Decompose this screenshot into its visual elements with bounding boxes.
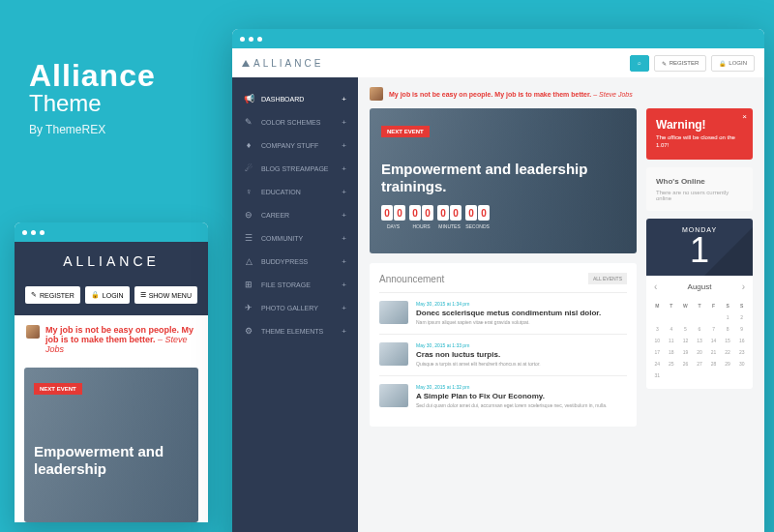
mobile-brand: ALLIANCE bbox=[15, 242, 208, 281]
sidebar-item-label: CAREER bbox=[261, 212, 289, 219]
register-button[interactable]: ✎REGISTER bbox=[25, 286, 80, 304]
sidebar-icon: ☄ bbox=[244, 163, 253, 173]
post-title: Cras non luctus turpis. bbox=[416, 350, 541, 359]
calendar-cell[interactable]: 1 bbox=[721, 311, 735, 323]
expand-icon: + bbox=[342, 234, 346, 243]
all-events-button[interactable]: ALL EVENTS bbox=[588, 273, 627, 284]
calendar-cell[interactable]: 31 bbox=[650, 369, 665, 381]
calendar-cell bbox=[721, 369, 735, 381]
expand-icon: + bbox=[342, 327, 346, 336]
post-excerpt: Quisque a turpis sit amet elit hendrerit… bbox=[416, 361, 541, 368]
calendar-cell[interactable]: 8 bbox=[721, 323, 735, 335]
post-meta: May 30, 2015 at 1:33 pm bbox=[416, 342, 541, 348]
sidebar-icon: ♀ bbox=[244, 187, 253, 196]
desktop-quote: My job is not be easy on people. My job … bbox=[370, 87, 753, 101]
calendar-cell[interactable]: 9 bbox=[734, 323, 749, 335]
calendar-cell bbox=[734, 369, 749, 381]
calendar-cell[interactable]: 6 bbox=[693, 323, 707, 335]
menu-icon: ☰ bbox=[140, 291, 146, 299]
post-title: A Simple Plan to Fix Our Economy. bbox=[416, 392, 607, 400]
pencil-icon: ✎ bbox=[31, 291, 37, 299]
announcement-post[interactable]: May 30, 2015 at 1:32 pmA Simple Plan to … bbox=[379, 375, 627, 417]
sidebar-icon: ⊖ bbox=[244, 210, 253, 220]
calendar-cell[interactable]: 13 bbox=[693, 335, 707, 346]
expand-icon: + bbox=[342, 118, 346, 127]
sidebar-item-education[interactable]: ♀EDUCATION+ bbox=[232, 180, 358, 203]
main-content: My job is not be easy on people. My job … bbox=[358, 77, 764, 532]
sidebar-item-dashboard[interactable]: 📢DASHBOARD+ bbox=[232, 87, 358, 110]
whos-online-panel: Who's Online There are no users currentl… bbox=[646, 167, 753, 211]
mobile-hero: NEXT EVENT Empowerment and leadership bbox=[24, 368, 198, 522]
expand-icon: + bbox=[342, 141, 346, 150]
calendar-cell[interactable]: 5 bbox=[678, 323, 693, 335]
calendar-cell[interactable]: 27 bbox=[693, 358, 707, 369]
calendar-cell[interactable]: 4 bbox=[665, 323, 679, 335]
calendar-cell bbox=[678, 369, 693, 381]
mobile-titlebar bbox=[15, 222, 208, 242]
topbar: ALLIANCE ⌕ ✎REGISTER 🔒LOGIN bbox=[232, 48, 764, 77]
login-button[interactable]: 🔒LOGIN bbox=[85, 286, 130, 304]
showmenu-button[interactable]: ☰SHOW MENU bbox=[134, 286, 197, 304]
calendar-cell[interactable]: 23 bbox=[734, 346, 749, 358]
search-button[interactable]: ⌕ bbox=[630, 55, 649, 72]
calendar-cell[interactable]: 15 bbox=[721, 335, 735, 346]
prev-month-icon[interactable]: ‹ bbox=[654, 281, 657, 292]
calendar-cell[interactable]: 2 bbox=[734, 311, 749, 323]
calendar-cell[interactable]: 30 bbox=[734, 358, 749, 369]
calendar-cell[interactable]: 29 bbox=[721, 358, 735, 369]
calendar-cell[interactable]: 11 bbox=[665, 335, 679, 346]
sidebar-icon: ⚙ bbox=[244, 326, 253, 336]
announcement-post[interactable]: May 30, 2015 at 1:33 pmCras non luctus t… bbox=[379, 334, 627, 375]
calendar-cell[interactable]: 28 bbox=[706, 358, 721, 369]
next-month-icon[interactable]: › bbox=[742, 281, 745, 292]
calendar-cell[interactable]: 18 bbox=[665, 346, 679, 358]
sidebar-item-company-stuff[interactable]: ♦COMPANY STUFF+ bbox=[232, 133, 358, 157]
countdown: 00DAYS00HOURS00MINUTES00SECONDS bbox=[381, 205, 625, 229]
calendar-cell bbox=[706, 311, 721, 323]
sidebar-item-community[interactable]: ☰COMMUNITY+ bbox=[232, 226, 358, 250]
announcement-panel: Announcement ALL EVENTS May 30, 2015 at … bbox=[370, 263, 637, 427]
sidebar-item-buddypress[interactable]: △BUDDYPRESS+ bbox=[232, 250, 358, 273]
announcement-post[interactable]: May 30, 2015 at 1:34 pmDonec scelerisque… bbox=[379, 292, 627, 334]
calendar-cell[interactable]: 7 bbox=[706, 323, 721, 335]
avatar bbox=[370, 87, 383, 101]
sidebar-item-file-storage[interactable]: ⊞FILE STORAGE+ bbox=[232, 273, 358, 296]
calendar-cell[interactable]: 25 bbox=[665, 358, 679, 369]
post-meta: May 30, 2015 at 1:32 pm bbox=[416, 384, 607, 390]
warning-title: Warning! bbox=[656, 118, 743, 132]
sidebar-item-color-schemes[interactable]: ✎COLOR SCHEMES+ bbox=[232, 110, 358, 133]
calendar-cell[interactable]: 22 bbox=[721, 346, 735, 358]
sidebar-item-label: EDUCATION bbox=[261, 189, 301, 195]
next-event-badge: NEXT EVENT bbox=[34, 383, 82, 395]
hero-title: Empowerment and leadership trainings. bbox=[381, 161, 625, 195]
announcement-heading: Announcement bbox=[379, 274, 444, 284]
calendar-cell[interactable]: 17 bbox=[650, 346, 665, 358]
calendar-cell[interactable]: 12 bbox=[678, 335, 693, 346]
calendar-cell[interactable]: 14 bbox=[706, 335, 721, 346]
calendar-cell bbox=[693, 311, 707, 323]
calendar-cell[interactable]: 16 bbox=[734, 335, 749, 346]
sidebar-item-photo-gallery[interactable]: ✈PHOTO GALLERY+ bbox=[232, 296, 358, 319]
calendar-cell[interactable]: 26 bbox=[678, 358, 693, 369]
post-excerpt: Sed dui quam dolor amet dui, accumsan eg… bbox=[416, 402, 607, 409]
calendar-cell[interactable]: 21 bbox=[706, 346, 721, 358]
promo-title: Alliance bbox=[29, 58, 156, 94]
calendar-cell[interactable]: 24 bbox=[650, 358, 665, 369]
calendar-cell[interactable]: 10 bbox=[650, 335, 665, 346]
calendar-cell[interactable]: 19 bbox=[678, 346, 693, 358]
sidebar-icon: 📢 bbox=[244, 94, 253, 103]
mobile-preview: ALLIANCE ✎REGISTER 🔒LOGIN ☰SHOW MENU My … bbox=[15, 222, 208, 522]
calendar-cell[interactable]: 3 bbox=[650, 323, 665, 335]
login-button[interactable]: 🔒LOGIN bbox=[711, 55, 755, 72]
sidebar-item-theme-elements[interactable]: ⚙THEME ELEMENTS+ bbox=[232, 319, 358, 342]
logo-icon bbox=[242, 60, 250, 67]
calendar-header: MONDAY 1 bbox=[646, 219, 753, 276]
sidebar-item-blog-streampage[interactable]: ☄BLOG STREAMPAGE+ bbox=[232, 157, 358, 180]
sidebar-item-career[interactable]: ⊖CAREER+ bbox=[232, 203, 358, 226]
post-thumbnail bbox=[379, 301, 408, 324]
calendar-month: August bbox=[688, 282, 712, 291]
register-button[interactable]: ✎REGISTER bbox=[654, 55, 707, 72]
calendar-cell[interactable]: 20 bbox=[693, 346, 707, 358]
sidebar-item-label: BLOG STREAMPAGE bbox=[261, 165, 329, 172]
close-icon[interactable]: × bbox=[742, 112, 747, 121]
